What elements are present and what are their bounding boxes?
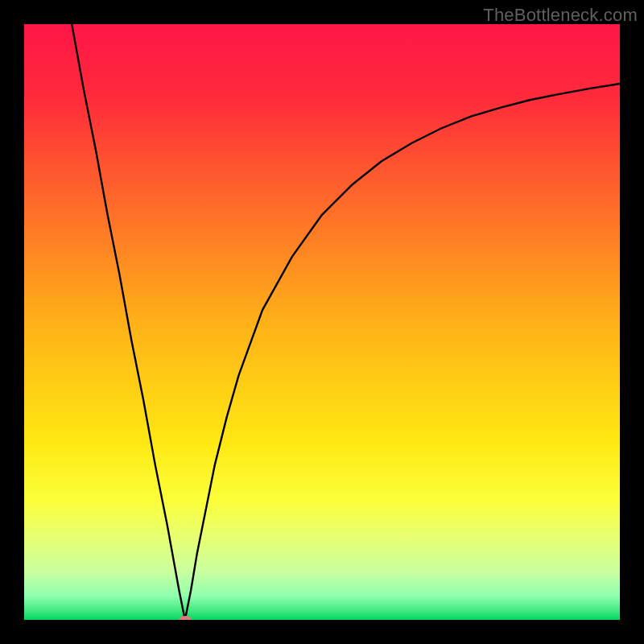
- plot-area: [24, 24, 620, 620]
- watermark-text: TheBottleneck.com: [483, 5, 638, 26]
- background-gradient: [24, 24, 620, 620]
- svg-rect-0: [24, 24, 620, 620]
- minimum-marker: [179, 616, 192, 620]
- chart-frame: TheBottleneck.com: [0, 0, 644, 644]
